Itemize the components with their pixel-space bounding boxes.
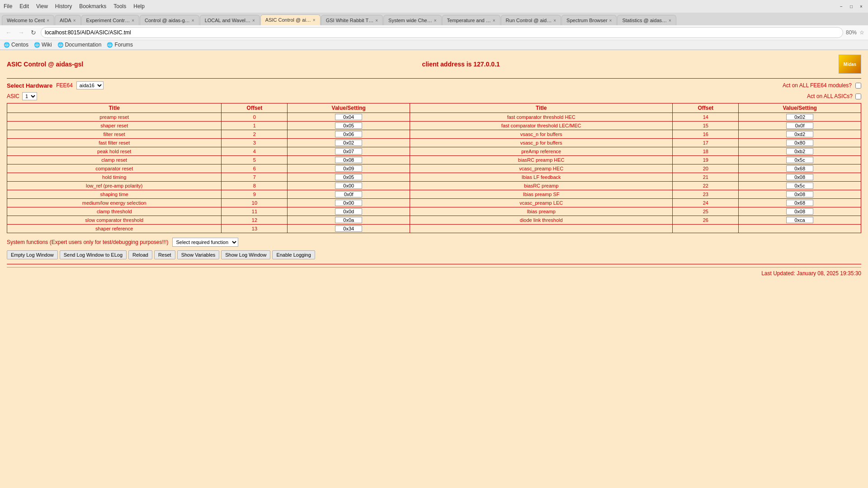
left-value-4[interactable]: [288, 147, 410, 156]
system-functions-select[interactable]: Select required function: [172, 238, 238, 247]
tab-close-6[interactable]: ×: [375, 18, 378, 23]
tab-close-0[interactable]: ×: [47, 18, 49, 23]
left-value-0[interactable]: [288, 113, 410, 122]
right-value-2[interactable]: [739, 130, 861, 139]
action-button-show-log-window[interactable]: Show Log Window: [221, 250, 270, 259]
right-value-input-11[interactable]: [786, 208, 813, 215]
tab-10[interactable]: Spectrum Browser×: [561, 15, 617, 25]
right-value-3[interactable]: [739, 139, 861, 147]
menu-file[interactable]: File: [4, 3, 12, 9]
right-value-6[interactable]: [739, 164, 861, 173]
tab-1[interactable]: AIDA×: [55, 15, 81, 25]
tab-3[interactable]: Control @ aidas-g…×: [140, 15, 199, 25]
tab-close-7[interactable]: ×: [434, 18, 437, 23]
tab-8[interactable]: Temperature and …×: [442, 15, 500, 25]
left-value-8[interactable]: [288, 182, 410, 190]
left-value-13[interactable]: [288, 225, 410, 233]
act-all-fee64-checkbox[interactable]: [855, 83, 861, 89]
right-value-input-5[interactable]: [786, 157, 813, 163]
left-value-input-8[interactable]: [335, 183, 362, 189]
left-value-input-3[interactable]: [335, 140, 362, 146]
bookmark-wiki[interactable]: 🌐Wiki: [34, 42, 52, 48]
act-all-asics-checkbox[interactable]: [855, 94, 861, 99]
right-value-4[interactable]: [739, 147, 861, 156]
right-value-input-9[interactable]: [786, 191, 813, 197]
bookmark-centos[interactable]: 🌐Centos: [4, 42, 28, 48]
maximize-button[interactable]: □: [848, 3, 854, 9]
fee64-select[interactable]: aida16: [76, 81, 104, 89]
back-button[interactable]: ←: [4, 28, 14, 37]
left-value-input-10[interactable]: [335, 200, 362, 206]
right-value-input-2[interactable]: [786, 131, 813, 137]
tab-5[interactable]: ASIC Control @ ai…×: [260, 14, 321, 25]
tab-close-3[interactable]: ×: [192, 18, 194, 23]
menu-view[interactable]: View: [36, 3, 48, 9]
left-value-input-5[interactable]: [335, 157, 362, 163]
reload-button[interactable]: ↻: [29, 28, 38, 37]
tab-4[interactable]: LOCAL and Wavel…×: [200, 15, 260, 25]
left-value-10[interactable]: [288, 199, 410, 207]
left-value-input-4[interactable]: [335, 148, 362, 155]
left-value-7[interactable]: [288, 173, 410, 182]
tab-6[interactable]: GSI White Rabbit T…×: [321, 15, 383, 25]
right-value-9[interactable]: [739, 190, 861, 199]
right-value-8[interactable]: [739, 182, 861, 190]
asic-select[interactable]: 1: [22, 92, 37, 100]
tab-2[interactable]: Experiment Contr…×: [81, 15, 139, 25]
left-value-2[interactable]: [288, 130, 410, 139]
right-value-0[interactable]: [739, 113, 861, 122]
tab-0[interactable]: Welcome to Cent×: [2, 15, 54, 25]
left-value-input-12[interactable]: [335, 217, 362, 223]
left-value-input-13[interactable]: [335, 225, 362, 232]
right-value-10[interactable]: [739, 199, 861, 207]
right-value-input-12[interactable]: [786, 217, 813, 223]
right-value-input-10[interactable]: [786, 200, 813, 206]
left-value-input-9[interactable]: [335, 191, 362, 197]
tab-close-4[interactable]: ×: [252, 18, 255, 23]
menu-bookmarks[interactable]: Bookmarks: [79, 3, 106, 9]
left-value-input-1[interactable]: [335, 122, 362, 129]
forward-button[interactable]: →: [16, 28, 26, 37]
tab-close-2[interactable]: ×: [132, 18, 134, 23]
right-value-7[interactable]: [739, 173, 861, 182]
left-value-12[interactable]: [288, 216, 410, 225]
action-button-enable-logging[interactable]: Enable Logging: [272, 250, 315, 259]
tab-close-1[interactable]: ×: [73, 18, 76, 23]
right-value-input-7[interactable]: [786, 174, 813, 180]
left-value-5[interactable]: [288, 156, 410, 164]
left-value-input-0[interactable]: [335, 114, 362, 120]
minimize-button[interactable]: −: [838, 3, 844, 9]
tab-11[interactable]: Statistics @ aidas…×: [617, 15, 676, 25]
tab-close-8[interactable]: ×: [493, 18, 495, 23]
bookmark-forums[interactable]: 🌐Forums: [107, 42, 133, 48]
tab-close-5[interactable]: ×: [313, 18, 316, 23]
left-value-input-11[interactable]: [335, 208, 362, 215]
right-value-11[interactable]: [739, 207, 861, 216]
right-value-input-4[interactable]: [786, 148, 813, 155]
address-input[interactable]: [41, 27, 843, 38]
right-value-input-3[interactable]: [786, 140, 813, 146]
right-value-input-6[interactable]: [786, 165, 813, 172]
bookmark-documentation[interactable]: 🌐Documentation: [57, 42, 102, 48]
action-button-send-log-window-to-elog[interactable]: Send Log Window to ELog: [60, 250, 127, 259]
menu-history[interactable]: History: [55, 3, 72, 9]
left-value-11[interactable]: [288, 207, 410, 216]
menu-edit[interactable]: Edit: [19, 3, 29, 9]
right-value-1[interactable]: [739, 122, 861, 130]
action-button-reset[interactable]: Reset: [154, 250, 175, 259]
bookmark-star-icon[interactable]: ☆: [859, 29, 864, 36]
right-value-input-8[interactable]: [786, 183, 813, 189]
tab-9[interactable]: Run Control @ aid…×: [501, 15, 561, 25]
right-value-13[interactable]: [739, 225, 861, 233]
tab-7[interactable]: System wide Che…×: [383, 15, 441, 25]
left-value-input-2[interactable]: [335, 131, 362, 137]
tab-close-10[interactable]: ×: [609, 18, 612, 23]
menu-tools[interactable]: Tools: [113, 3, 126, 9]
left-value-9[interactable]: [288, 190, 410, 199]
right-value-input-0[interactable]: [786, 114, 813, 120]
close-button[interactable]: ×: [858, 3, 864, 9]
right-value-input-1[interactable]: [786, 122, 813, 129]
left-value-3[interactable]: [288, 139, 410, 147]
menu-help[interactable]: Help: [133, 3, 145, 9]
left-value-input-7[interactable]: [335, 174, 362, 180]
